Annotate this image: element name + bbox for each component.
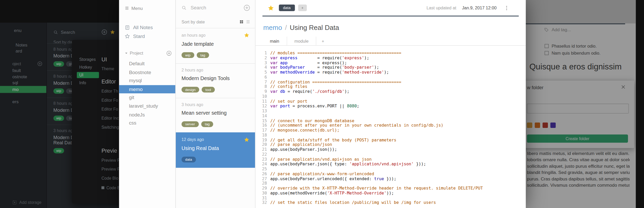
line-number: 12 bbox=[256, 104, 270, 109]
add-folder-icon[interactable] bbox=[166, 50, 172, 56]
menu-button[interactable]: Menu bbox=[119, 5, 176, 11]
line-number: 23 bbox=[256, 157, 270, 162]
add-tag-chip-button[interactable]: + bbox=[298, 4, 307, 11]
note-tag-chip: wip bbox=[53, 61, 64, 67]
line-number: 22 bbox=[256, 152, 270, 157]
note-title: Using Real Data bbox=[182, 146, 249, 151]
ar-divider bbox=[522, 23, 625, 24]
note-list-item[interactable]: 3 hours agoMean server settingservertag bbox=[176, 98, 255, 132]
starred-label: Stard bbox=[133, 33, 145, 39]
sidebar-folder-git[interactable]: git bbox=[119, 94, 176, 102]
line-number: 18 bbox=[256, 133, 270, 138]
editor-tab-main[interactable]: main bbox=[263, 37, 287, 45]
bl-search-placeholder: Search bbox=[61, 30, 99, 35]
code-line: 15// connect to our mongoDB database bbox=[256, 118, 526, 123]
code-line: 29// override with the X-HTTP-Method-Ove… bbox=[256, 186, 526, 191]
folder-name-input bbox=[527, 104, 629, 114]
note-tag-chip-data[interactable]: data bbox=[279, 4, 295, 11]
note-timestamp: 12 days ago bbox=[182, 137, 244, 142]
code-line: 23// parse application/vnd.api+json as j… bbox=[256, 157, 526, 162]
ar-paragraph: libero mattis metus, id elementum velit … bbox=[527, 151, 629, 188]
note-timestamp: 3 hours ago bbox=[182, 102, 249, 107]
grid-view-icon[interactable] bbox=[239, 20, 244, 24]
sidebar-folder-css[interactable]: css bbox=[119, 119, 176, 127]
code-editor[interactable]: 1// modules ============================… bbox=[256, 46, 526, 205]
code-line: 7// configuration ======================… bbox=[256, 80, 526, 84]
ar-note-heading: Quisque a eros dignissim bbox=[529, 62, 633, 72]
line-number: 26 bbox=[256, 171, 270, 176]
bl-sidebar: enu Notes ard oject faultostnotesqlmoers… bbox=[0, 23, 46, 208]
bl-search-row: Search bbox=[47, 23, 119, 37]
sidebar-folder-Default[interactable]: Default bbox=[119, 60, 176, 68]
add-storage-icon bbox=[12, 200, 17, 205]
ar-topbar bbox=[522, 0, 636, 23]
paragraph-line: blandit fringilla. Sed gravida, augue at… bbox=[527, 170, 629, 176]
code-line: 21app.use(bodyParser.json()); bbox=[256, 147, 526, 152]
project-label: Project bbox=[130, 51, 165, 56]
sidebar-item-starred[interactable]: Stard bbox=[119, 32, 176, 40]
bl-folder-mo: mo bbox=[0, 86, 46, 93]
new-folder-modal: w folder Create folder bbox=[522, 81, 634, 148]
line-number: 16 bbox=[256, 123, 270, 128]
search-input[interactable] bbox=[190, 4, 240, 11]
line-number: 19 bbox=[256, 138, 270, 142]
line-number: 6 bbox=[256, 75, 270, 80]
sidebar-folder-Boostnote[interactable]: Boostnote bbox=[119, 68, 176, 77]
bl-project-row: oject bbox=[0, 61, 46, 67]
ar-add-tag-placeholder: Add tag... bbox=[552, 27, 571, 32]
code-line: 30app.use(methodOverride('X-HTTP-Method-… bbox=[256, 191, 526, 196]
snippet-tab-bar: mainmodule+ bbox=[256, 37, 526, 46]
note-timestamp: 2 hours ago bbox=[182, 68, 249, 72]
ar-tag-input: Add tag... bbox=[544, 27, 571, 32]
tag-icon bbox=[544, 27, 549, 32]
line-number: 9 bbox=[256, 89, 270, 94]
line-number: 20 bbox=[256, 142, 270, 147]
code-line: 10 bbox=[256, 94, 526, 99]
sidebar-folder-mysql[interactable]: mysql bbox=[119, 76, 176, 85]
star-icon bbox=[244, 32, 249, 38]
sidebar-folder-nodeJs[interactable]: nodeJs bbox=[119, 110, 176, 119]
list-view-icon[interactable] bbox=[246, 20, 250, 24]
code-line: 12var port = process.env.PORT || 8080; bbox=[256, 104, 526, 109]
code-line: 4var bodyParser = require('body-parser')… bbox=[256, 65, 526, 70]
prefs-nav-storages: Storages bbox=[77, 56, 99, 63]
new-note-icon[interactable] bbox=[244, 4, 250, 11]
breadcrumb-folder[interactable]: memo bbox=[263, 24, 282, 31]
sort-by-label[interactable]: Sort by date bbox=[182, 19, 237, 24]
more-options-icon[interactable] bbox=[504, 5, 509, 11]
folder-color-swatch bbox=[542, 122, 548, 128]
line-number: 31 bbox=[256, 196, 270, 200]
code-line: 26// parse application/x-www-form-urlenc… bbox=[256, 171, 526, 176]
sidebar-item-all-notes[interactable]: All Notes bbox=[119, 23, 176, 32]
notes-icon bbox=[125, 25, 130, 30]
sidebar-folder-memo[interactable]: memo bbox=[119, 85, 176, 94]
star-icon bbox=[244, 137, 249, 142]
project-group-header[interactable]: Project bbox=[119, 50, 176, 56]
note-tag-chip: tag bbox=[201, 121, 213, 127]
add-tab-button[interactable]: + bbox=[316, 37, 330, 45]
bl-starred: ard bbox=[0, 48, 46, 54]
code-line: 20// parse application/json bbox=[256, 142, 526, 147]
menu-label: Menu bbox=[131, 6, 143, 11]
code-line: 28 bbox=[256, 181, 526, 186]
ar-todo-list: Phasellus id tortor odio.Nam quis bibend… bbox=[545, 44, 600, 58]
bl-all-notes: Notes bbox=[0, 42, 46, 48]
sidebar-folder-laravel_study[interactable]: laravel_study bbox=[119, 102, 176, 110]
star-toggle-icon[interactable] bbox=[268, 5, 274, 11]
note-list-item[interactable]: 2 hours agoModern Design Toolsdesigntool bbox=[176, 63, 255, 98]
prefs-nav-ui: UI bbox=[77, 72, 99, 78]
prefs-checkbox-label: Code B bbox=[106, 185, 120, 190]
line-number: 27 bbox=[256, 176, 270, 181]
bl-folder-ostnote: ostnote bbox=[0, 74, 46, 80]
editor-tab-module[interactable]: module bbox=[287, 37, 316, 45]
add-folder-icon bbox=[37, 61, 42, 66]
note-info-bar: data+ Last updated at Jan.9, 2017 12:00 bbox=[256, 0, 526, 16]
line-number: 1 bbox=[256, 51, 270, 56]
code-line: 14 bbox=[256, 113, 526, 118]
code-line: 27app.use(bodyParser.urlencoded({ extend… bbox=[256, 176, 526, 181]
note-list-item[interactable]: 12 days agoUsing Real Datadata bbox=[176, 132, 255, 168]
note-tag-chip: wip bbox=[53, 88, 64, 94]
paragraph-line: sollicitudin. Vivamus condimentum commod… bbox=[527, 182, 629, 188]
note-list-item[interactable]: an hours agoJade templatewiptag bbox=[176, 28, 255, 63]
note-tag-chip: tag bbox=[197, 52, 209, 58]
